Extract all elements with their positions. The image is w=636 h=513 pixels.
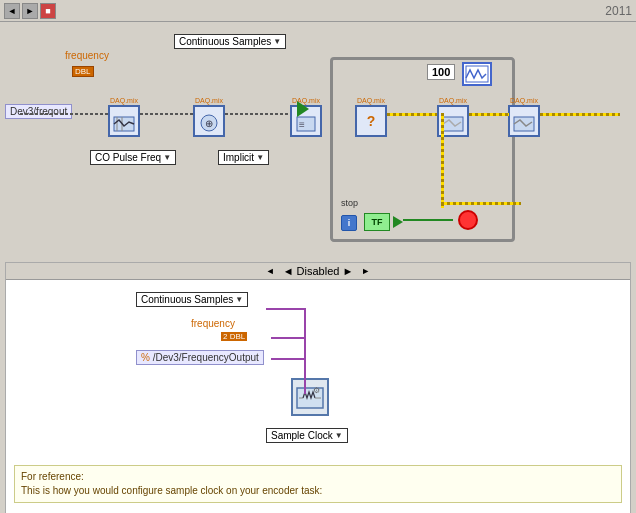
sample-clock-dropdown[interactable]: Sample Clock ▼ bbox=[266, 428, 348, 443]
forward-icon[interactable]: ► bbox=[22, 3, 38, 19]
sample-clock-label: Sample Clock bbox=[271, 430, 333, 441]
stop-label: stop bbox=[341, 198, 358, 208]
co-pulse-label: CO Pulse Freq bbox=[95, 152, 161, 163]
lp-wire-purple-h-3 bbox=[271, 358, 306, 360]
scroll-left[interactable]: ◄ bbox=[266, 266, 275, 276]
implicit-label: Implicit bbox=[223, 152, 254, 163]
reference-box: For reference: This is how you would con… bbox=[14, 465, 622, 503]
lp-continuous-dropdown[interactable]: Continuous Samples ▼ bbox=[136, 292, 248, 307]
lp-vi-block-container: DAQ.mix ⚙ bbox=[296, 378, 324, 385]
daq-block-6: DAQ.mix bbox=[508, 97, 540, 137]
daq-block-2: DAQ.mix ⊕ bbox=[193, 97, 225, 137]
lp-continuous-label: Continuous Samples bbox=[141, 294, 233, 305]
wire-h-1 bbox=[20, 113, 108, 115]
info-badge[interactable]: i bbox=[341, 215, 357, 231]
lp-wire-purple-v-2 bbox=[304, 358, 306, 394]
ref-line2: This is how you would configure sample c… bbox=[21, 484, 615, 498]
wire-yellow-h-4 bbox=[441, 202, 521, 205]
lower-panel: ◄ ◄ Disabled ► ► Continuous Samples ▼ fr… bbox=[5, 262, 631, 513]
main-canvas: frequency DBL Continuous Samples ▼ Dev3/… bbox=[0, 22, 636, 513]
daq-block-4: DAQ.mix ? bbox=[355, 97, 387, 137]
panel-header[interactable]: ◄ ◄ Disabled ► ► bbox=[6, 263, 630, 280]
daq-icon-5 bbox=[441, 109, 465, 133]
lp-sc-arrow: ▼ bbox=[335, 431, 343, 440]
dbl-badge: DBL bbox=[72, 66, 94, 77]
year-label: 2011 bbox=[605, 4, 632, 18]
ref-line1: For reference: bbox=[21, 470, 615, 484]
arrow-right bbox=[393, 216, 403, 228]
lp-device-text: /Dev3/FrequencyOutput bbox=[153, 352, 259, 363]
stop-button[interactable] bbox=[458, 210, 478, 230]
top-bar: ◄ ► ■ 2011 bbox=[0, 0, 636, 22]
question-mark: ? bbox=[367, 113, 376, 129]
dropdown-arrow-cop: ▼ bbox=[163, 153, 171, 162]
waveform-icon[interactable] bbox=[462, 62, 492, 86]
lp-wire-purple-h-1 bbox=[266, 308, 306, 310]
back-icon[interactable]: ◄ bbox=[4, 3, 20, 19]
lp-wire-purple-h-2 bbox=[271, 337, 306, 339]
wire-green bbox=[403, 219, 453, 221]
lp-cs-arrow: ▼ bbox=[235, 295, 243, 304]
daq-icon-2: ⊕ bbox=[197, 109, 221, 133]
svg-text:≡: ≡ bbox=[299, 119, 305, 130]
waveform-svg bbox=[464, 64, 490, 84]
dropdown-arrow-imp: ▼ bbox=[256, 153, 264, 162]
dropdown-arrow-cs: ▼ bbox=[273, 37, 281, 46]
lower-content: Continuous Samples ▼ frequency 2 DBL % /… bbox=[6, 280, 630, 511]
lp-device-label[interactable]: % /Dev3/FrequencyOutput bbox=[136, 350, 264, 365]
svg-text:⊕: ⊕ bbox=[205, 118, 213, 129]
play-button[interactable] bbox=[297, 101, 309, 117]
continuous-samples-label: Continuous Samples bbox=[179, 36, 271, 47]
wire-yellow-h-3 bbox=[540, 113, 620, 116]
daq-icon-1 bbox=[112, 109, 136, 133]
device-freqout[interactable]: Dev3/freqout bbox=[5, 104, 72, 119]
wire-yellow-v-1 bbox=[441, 113, 444, 208]
lp-dbl-badge: 2 DBL bbox=[221, 332, 247, 341]
scroll-right[interactable]: ► bbox=[361, 266, 370, 276]
daq-block-1: DAQ.mix bbox=[108, 97, 140, 137]
wire-yellow-h-1 bbox=[387, 113, 437, 116]
svg-rect-0 bbox=[466, 66, 488, 82]
disabled-label: ◄ Disabled ► bbox=[279, 265, 358, 277]
wire-h-2 bbox=[140, 113, 193, 115]
toolbar-icons: ◄ ► ■ bbox=[4, 3, 56, 19]
frequency-label: frequency bbox=[65, 50, 109, 61]
lp-vi-block[interactable]: ⚙ bbox=[291, 378, 329, 416]
wire-h-3 bbox=[225, 113, 290, 115]
wire-yellow-h-2 bbox=[469, 113, 509, 116]
lp-vi-icon: ⚙ bbox=[295, 382, 325, 412]
number-display-100[interactable]: 100 bbox=[427, 64, 455, 80]
stop-icon[interactable]: ■ bbox=[40, 3, 56, 19]
co-pulse-freq-dropdown[interactable]: CO Pulse Freq ▼ bbox=[90, 150, 176, 165]
tf-node[interactable]: TF bbox=[364, 213, 390, 231]
svg-text:⚙: ⚙ bbox=[313, 386, 320, 395]
lp-frequency-label: frequency bbox=[191, 318, 235, 329]
daq-icon-6 bbox=[512, 109, 536, 133]
implicit-dropdown[interactable]: Implicit ▼ bbox=[218, 150, 269, 165]
continuous-samples-dropdown[interactable]: Continuous Samples ▼ bbox=[174, 34, 286, 49]
